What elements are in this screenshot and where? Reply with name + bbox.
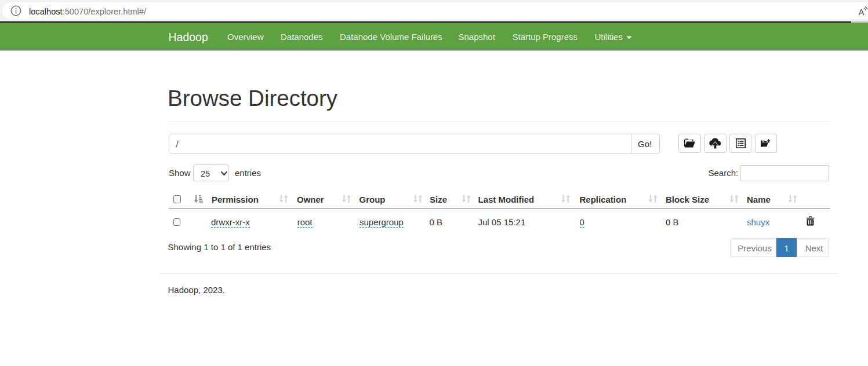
svg-text:A: A	[859, 7, 865, 17]
